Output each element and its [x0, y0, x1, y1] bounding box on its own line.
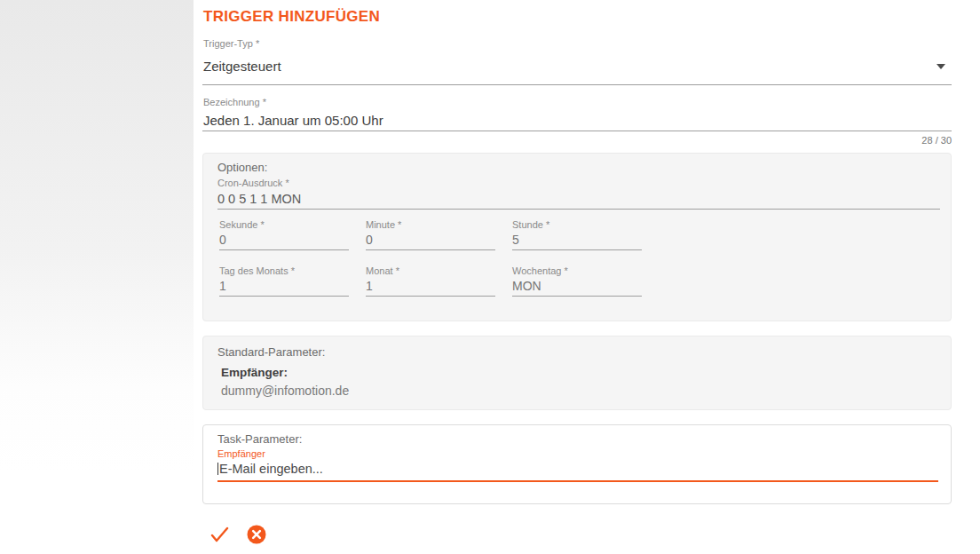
- cron-field-minute: Minute * 0: [366, 219, 495, 254]
- char-counter: 28 / 30: [202, 135, 952, 146]
- cron-field-sekunde: Sekunde * 0: [219, 219, 349, 254]
- page-title: TRIGGER HINZUFÜGEN: [203, 8, 380, 26]
- monat-input[interactable]: 1: [366, 279, 495, 297]
- empfaenger-value: dummy@infomotion.de: [221, 384, 349, 398]
- bezeichnung-input[interactable]: Jeden 1. Januar um 05:00 Uhr: [203, 113, 383, 128]
- stunde-input[interactable]: 5: [512, 233, 642, 250]
- add-trigger-form: TRIGGER HINZUFÜGEN Trigger-Typ * Zeitges…: [194, 0, 980, 554]
- cancel-button[interactable]: [245, 523, 268, 546]
- trigger-typ-label: Trigger-Typ *: [203, 38, 259, 49]
- wochentag-input[interactable]: MON: [512, 279, 642, 297]
- cron-field-wochentag: Wochentag * MON: [512, 265, 642, 300]
- minute-input[interactable]: 0: [366, 233, 495, 250]
- caret-down-icon[interactable]: [937, 64, 945, 69]
- tag-des-monats-input[interactable]: 1: [219, 279, 349, 297]
- text-cursor: [217, 463, 218, 475]
- cron-field-monat: Monat * 1: [366, 265, 495, 300]
- cron-field-tag-des-monats: Tag des Monats * 1: [219, 265, 349, 300]
- screen: 1) Trigger-Typ 2) Bezeichnung 3) Optione…: [0, 0, 980, 554]
- confirm-button[interactable]: [208, 523, 231, 546]
- trigger-typ-underline: [202, 84, 952, 85]
- options-title: Optionen:: [217, 161, 267, 174]
- cancel-x-icon: [247, 525, 266, 544]
- empfaenger-field-label: Empfänger: [217, 448, 265, 459]
- field-label: Sekunde *: [219, 219, 349, 230]
- field-label: Tag des Monats *: [219, 265, 349, 276]
- empfaenger-key: Empfänger:: [221, 366, 288, 379]
- cron-field-stunde: Stunde * 5: [512, 219, 642, 254]
- sekunde-input[interactable]: 0: [219, 233, 349, 250]
- trigger-typ-select[interactable]: Zeitgesteuert: [203, 59, 281, 74]
- field-label: Wochentag *: [512, 265, 642, 276]
- standard-parameter-title: Standard-Parameter:: [217, 345, 325, 359]
- cron-ausdruck-input[interactable]: 0 0 5 1 1 MON: [217, 192, 301, 206]
- bezeichnung-label: Bezeichnung *: [203, 97, 266, 107]
- annotation-strip: 1) Trigger-Typ 2) Bezeichnung 3) Optione…: [0, 0, 194, 554]
- standard-parameter-box: Standard-Parameter: Empfänger: dummy@inf…: [202, 336, 952, 410]
- bezeichnung-underline: [202, 131, 952, 131]
- form-actions: [208, 523, 268, 546]
- cron-underline: [217, 209, 940, 210]
- options-box: Optionen: Cron-Ausdruck * 0 0 5 1 1 MON …: [202, 153, 952, 321]
- task-parameter-title: Task-Parameter:: [217, 432, 302, 446]
- cron-ausdruck-label: Cron-Ausdruck *: [217, 178, 289, 188]
- field-label: Minute *: [366, 219, 495, 230]
- field-label: Monat *: [366, 265, 495, 276]
- empfaenger-email-input[interactable]: E-Mail eingeben...: [217, 462, 938, 482]
- task-parameter-box: Task-Parameter: Empfänger E-Mail eingebe…: [202, 424, 952, 504]
- field-label: Stunde *: [512, 219, 642, 230]
- email-input-text: E-Mail eingeben...: [219, 462, 323, 476]
- check-icon: [209, 524, 230, 545]
- cron-fields-grid: Sekunde * 0 Minute * 0 Stunde * 5 Tag de…: [219, 219, 642, 300]
